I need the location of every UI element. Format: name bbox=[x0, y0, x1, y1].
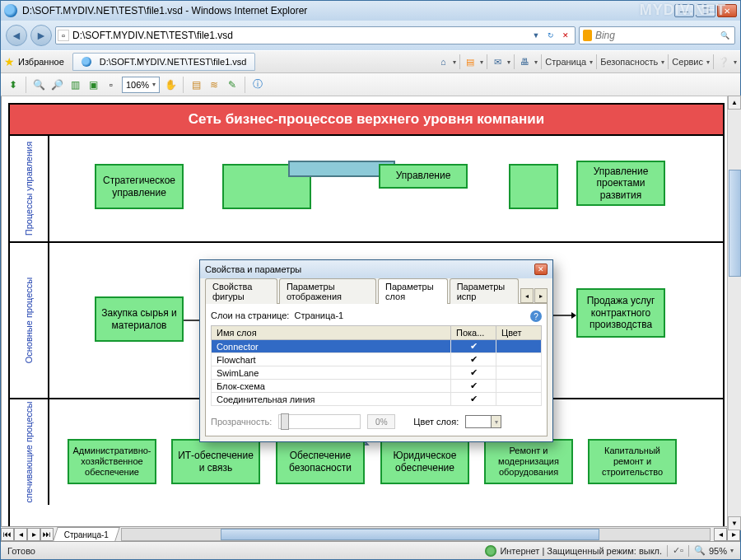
address-bar[interactable]: ▫ ▼ ↻ ✕ bbox=[55, 26, 576, 44]
last-page-button[interactable]: ⏭ bbox=[40, 528, 54, 541]
scroll-thumb[interactable] bbox=[221, 529, 599, 540]
zoom-combo[interactable]: 106%▾ bbox=[122, 77, 160, 93]
hand-tool-icon[interactable]: ✋ bbox=[163, 77, 178, 92]
layer-color-picker[interactable]: ▾ bbox=[465, 415, 501, 428]
show-checkbox[interactable]: ✔ bbox=[451, 380, 496, 393]
tab-scroll-left[interactable]: ◂ bbox=[520, 288, 534, 303]
dialog-title: Свойства и параметры bbox=[205, 264, 301, 274]
svg-marker-3 bbox=[571, 312, 576, 319]
process-box[interactable]: Закупка сырья и материалов bbox=[95, 296, 184, 342]
process-box[interactable] bbox=[509, 164, 558, 209]
back-button[interactable]: ◄ bbox=[6, 25, 27, 46]
show-checkbox[interactable]: ✔ bbox=[451, 340, 496, 353]
process-box[interactable]: Обеспечение безопасности bbox=[276, 439, 365, 484]
ie-window: D:\SOFT.MYDIV.NET\TEST\file1.vsd - Windo… bbox=[0, 0, 741, 560]
col-show[interactable]: Пока... bbox=[451, 326, 496, 340]
layer-row[interactable]: Connector✔ bbox=[212, 340, 542, 353]
process-box[interactable]: Ремонт и модернизация оборудования bbox=[484, 439, 573, 484]
layers-icon[interactable]: ▤ bbox=[189, 77, 203, 92]
arrow-icon bbox=[552, 309, 576, 322]
forward-button[interactable]: ► bbox=[30, 25, 52, 46]
layer-row[interactable]: Flowchart✔ bbox=[212, 353, 542, 366]
process-box[interactable]: Юридическое обеспечение bbox=[380, 439, 469, 484]
page-menu[interactable]: Страница bbox=[545, 57, 586, 67]
close-button[interactable]: ✕ bbox=[717, 4, 737, 17]
fit-page-icon[interactable]: ▣ bbox=[86, 77, 100, 92]
first-page-button[interactable]: ⏮ bbox=[1, 528, 14, 541]
command-bar: ⌂▾ ▤▾ ✉▾ 🖶▾ Страница▾ Безопасность▾ Серв… bbox=[436, 54, 737, 69]
show-checkbox[interactable]: ✔ bbox=[451, 366, 496, 380]
page-icon[interactable]: ▫ bbox=[104, 77, 119, 92]
opacity-value: 0% bbox=[367, 414, 395, 429]
show-checkbox[interactable]: ✔ bbox=[451, 353, 496, 366]
tools-menu[interactable]: Сервис bbox=[672, 57, 703, 67]
feeds-icon[interactable]: ▤ bbox=[464, 55, 477, 68]
col-color[interactable]: Цвет bbox=[496, 326, 542, 340]
zoom-out-icon[interactable]: 🔎 bbox=[49, 77, 64, 92]
zoom-value: 106% bbox=[126, 80, 149, 90]
layer-row[interactable]: SwimLane✔ bbox=[212, 366, 542, 380]
horizontal-scrollbar[interactable] bbox=[121, 528, 711, 541]
layers-table: Имя слоя Пока... Цвет Connector✔ Flowcha… bbox=[211, 325, 542, 406]
address-input[interactable] bbox=[72, 30, 529, 41]
show-checkbox[interactable]: ✔ bbox=[451, 393, 496, 406]
stop-button[interactable]: ✕ bbox=[558, 28, 573, 43]
tab-layer-params[interactable]: Параметры слоя bbox=[378, 278, 448, 304]
address-dropdown[interactable]: ▼ bbox=[529, 28, 543, 43]
favorites-star-icon[interactable]: ★ bbox=[4, 55, 15, 68]
sheet-tab[interactable]: Страница-1 bbox=[53, 527, 120, 541]
next-page-button[interactable]: ▸ bbox=[27, 528, 40, 541]
status-bar: Готово Интернет | Защищенный режим: выкл… bbox=[1, 541, 740, 559]
mail-icon[interactable]: ✉ bbox=[491, 55, 504, 68]
refresh-button[interactable]: ↻ bbox=[543, 28, 558, 43]
dialog-close-button[interactable]: ✕ bbox=[534, 264, 548, 275]
search-go[interactable]: 🔍 bbox=[720, 28, 731, 43]
nav-bar: ◄ ► ▫ ▼ ↻ ✕ 🔍 bbox=[1, 21, 740, 50]
process-box[interactable]: Управление bbox=[379, 164, 468, 189]
process-box[interactable]: Управление проектами развития bbox=[576, 161, 665, 206]
about-icon[interactable]: ⓘ bbox=[250, 77, 265, 92]
zoom-in-icon[interactable]: 🔍 bbox=[31, 77, 46, 92]
layer-row[interactable]: Блок-схема✔ bbox=[212, 380, 542, 393]
help-icon[interactable]: ❔ bbox=[717, 55, 730, 68]
protected-mode-toggle[interactable]: ✓▫ bbox=[673, 545, 683, 556]
viewer-toolbar: ⬍ 🔍 🔎 ▥ ▣ ▫ 106%▾ ✋ ▤ ≋ ✎ ⓘ bbox=[1, 73, 740, 96]
zoom-dropdown[interactable]: ▾ bbox=[730, 547, 734, 554]
favorites-label[interactable]: Избранное bbox=[18, 57, 64, 67]
document-tab-label: D:\SOFT.MYDIV.NET\TEST\file1.vsd bbox=[100, 57, 247, 67]
maximize-button[interactable]: ❐ bbox=[696, 4, 715, 17]
zoom-icon[interactable]: 🔍 bbox=[694, 545, 706, 556]
process-box[interactable]: Капитальный ремонт и строительство bbox=[588, 439, 677, 484]
reviewing-icon[interactable]: ≋ bbox=[207, 77, 221, 92]
process-box[interactable]: Стратегическое управление bbox=[95, 164, 184, 209]
scroll-down-button[interactable]: ▼ bbox=[728, 516, 741, 530]
prev-page-button[interactable]: ◂ bbox=[14, 528, 27, 541]
tab-display-params[interactable]: Параметры отображения bbox=[279, 278, 376, 304]
process-box[interactable]: Административно-хозяйственное обеспечени… bbox=[68, 439, 156, 484]
arrow-tool-icon[interactable]: ⬍ bbox=[6, 77, 21, 92]
process-box[interactable]: ИТ-обеспечение и связь bbox=[171, 439, 260, 484]
scroll-thumb[interactable] bbox=[729, 170, 741, 277]
opacity-slider[interactable] bbox=[278, 414, 361, 429]
markup-icon[interactable]: ✎ bbox=[225, 77, 240, 92]
process-box[interactable]: Продажа услуг контрактного производства bbox=[576, 288, 665, 338]
search-box[interactable]: 🔍 bbox=[579, 26, 735, 44]
print-icon[interactable]: 🖶 bbox=[518, 55, 531, 68]
tab-markup-params[interactable]: Параметры испр bbox=[450, 278, 519, 304]
security-menu[interactable]: Безопасность bbox=[600, 57, 658, 67]
layer-row[interactable]: Соединительная линия✔ bbox=[212, 393, 542, 406]
vertical-scrollbar[interactable]: ▲ ▼ bbox=[727, 96, 741, 530]
help-icon[interactable]: ? bbox=[530, 310, 542, 322]
search-input[interactable] bbox=[595, 30, 720, 41]
tab-shape-properties[interactable]: Свойства фигуры bbox=[205, 278, 277, 304]
dialog-titlebar[interactable]: Свойства и параметры ✕ bbox=[200, 260, 552, 278]
home-icon[interactable]: ⌂ bbox=[436, 55, 450, 68]
tab-scroll-right[interactable]: ▸ bbox=[534, 288, 548, 303]
scroll-up-button[interactable]: ▲ bbox=[728, 96, 741, 110]
minimize-button[interactable]: — bbox=[674, 4, 694, 17]
scroll-left-button[interactable]: ◂ bbox=[714, 528, 727, 541]
fit-width-icon[interactable]: ▥ bbox=[68, 77, 82, 92]
col-name[interactable]: Имя слоя bbox=[212, 326, 451, 340]
document-tab[interactable]: D:\SOFT.MYDIV.NET\TEST\file1.vsd bbox=[72, 53, 256, 71]
swimlane-label: спечивающие процессы bbox=[24, 402, 34, 503]
